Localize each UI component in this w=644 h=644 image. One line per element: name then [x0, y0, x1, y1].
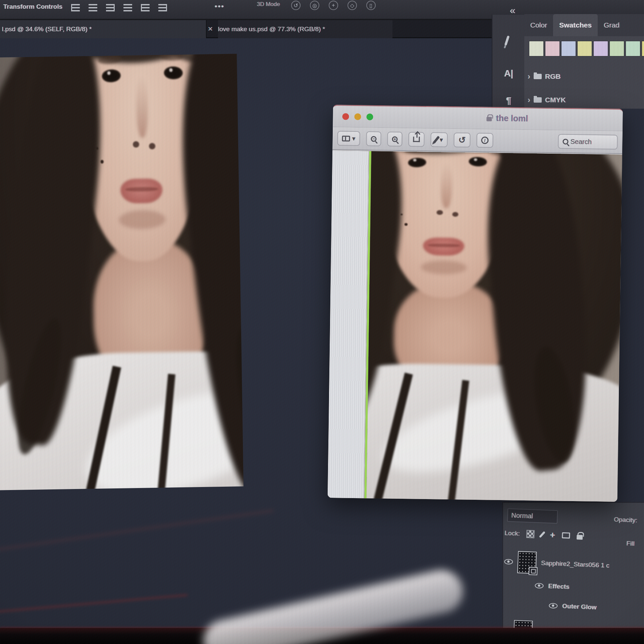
close-traffic-light[interactable] [342, 113, 349, 120]
character-panel-icon[interactable]: A| [492, 68, 525, 79]
layer-row-sapphire-1[interactable]: Sapphire2_Stars056 1 c [504, 550, 610, 577]
preview-content [328, 151, 622, 502]
share-icon [413, 137, 420, 142]
pan-icon[interactable]: + [329, 1, 338, 10]
portrait-girl [367, 151, 622, 502]
tab-gradients[interactable]: Gradients [598, 14, 620, 36]
zoom-out-button[interactable]: − [366, 131, 381, 146]
swatch-group-rgb[interactable]: › RGB [528, 72, 561, 81]
swatch[interactable] [626, 41, 640, 56]
more-options-icon[interactable]: ••• [215, 2, 224, 11]
lock-position-icon[interactable]: + [550, 531, 555, 539]
align-buttons [71, 4, 167, 11]
paragraph-panel-icon[interactable]: ¶ [492, 95, 525, 106]
layers-panel: Normal Opacity: Lock: + Fill Sapphire2_S… [502, 502, 644, 644]
folder-icon [534, 97, 542, 103]
swatch[interactable] [593, 41, 608, 56]
layer-thumbnail[interactable] [517, 551, 537, 574]
group-label: RGB [545, 72, 561, 80]
preview-window: the loml ▾ − + ▾ ↺ [328, 105, 623, 502]
mode-label: 3D Mode [257, 1, 280, 8]
magnifier-minus-icon: − [371, 136, 377, 142]
lock-all-icon[interactable] [577, 535, 583, 540]
lock-transparency-icon[interactable] [526, 530, 535, 538]
zoom-in-button[interactable]: + [387, 131, 402, 147]
transform-controls-label[interactable]: Transform Controls [3, 3, 62, 10]
roll-icon[interactable]: ◎ [310, 1, 319, 10]
rotate-button[interactable]: ↺ [453, 132, 470, 148]
effects-label[interactable]: Effects [548, 582, 570, 590]
search-icon [562, 139, 568, 144]
zoom-traffic-light[interactable] [366, 113, 373, 120]
minimize-traffic-light[interactable] [354, 113, 361, 120]
preview-sidebar[interactable] [328, 151, 369, 499]
annotate-button[interactable]: / [476, 133, 493, 148]
outer-glow-label[interactable]: Outer Glow [562, 602, 597, 611]
collapse-panels-icon[interactable]: « [510, 5, 515, 16]
visibility-eye-icon[interactable] [535, 583, 544, 589]
chevron-right-icon[interactable]: › [528, 95, 530, 105]
annotate-circle-icon: / [481, 137, 488, 144]
tab-swatches[interactable]: Swatches [553, 14, 598, 36]
distribute-middle-icon[interactable] [141, 4, 150, 11]
tab-color[interactable]: Color [524, 14, 553, 36]
align-right-icon[interactable] [106, 4, 115, 11]
slide-icon[interactable]: ◇ [347, 1, 357, 10]
swatch-group-cmyk[interactable]: › CMYK [528, 95, 566, 105]
chevron-down-icon: ▾ [439, 136, 443, 144]
align-center-icon[interactable] [89, 4, 97, 11]
distribute-bottom-icon[interactable] [158, 4, 167, 11]
search-label: Search [570, 138, 592, 146]
share-button[interactable] [408, 132, 425, 147]
visibility-eye-icon[interactable] [549, 603, 558, 608]
group-label: CMYK [545, 96, 566, 104]
swatch[interactable] [642, 41, 644, 56]
portrait-girl [0, 54, 244, 490]
scale-icon[interactable]: ▯ [366, 1, 376, 10]
swatch[interactable] [609, 41, 624, 56]
swatches-panel-tabs: Color Swatches Gradients [524, 14, 644, 36]
fill-label: Fill [626, 540, 635, 547]
sidebar-icon [342, 136, 350, 141]
orbit-icon[interactable]: ↺ [291, 1, 301, 10]
brush-settings-panel-icon[interactable] [504, 36, 510, 46]
markup-pen-button[interactable]: ▾ [430, 132, 448, 147]
rotate-left-icon: ↺ [459, 137, 466, 143]
photoshop-screen: Transform Controls ••• 3D Mode ↺ ◎ + ◇ ▯… [0, 0, 644, 644]
swatch[interactable] [561, 41, 576, 56]
mode-icons: ↺ ◎ + ◇ ▯ [291, 1, 376, 10]
chevron-down-icon: ▾ [352, 135, 355, 143]
lock-artboard-icon[interactable] [562, 532, 570, 539]
swatch[interactable] [577, 41, 592, 56]
layer-name[interactable]: Sapphire2_Stars056 1 c [541, 559, 610, 569]
pen-icon [433, 136, 440, 144]
opacity-label: Opacity: [614, 516, 640, 524]
magnifier-plus-icon: + [392, 136, 398, 142]
swatch[interactable] [545, 41, 560, 56]
swatch-row [529, 41, 644, 57]
tab-close-icon[interactable]: × [208, 24, 213, 34]
swatch[interactable] [529, 41, 544, 56]
lock-row: Lock: + [504, 529, 583, 540]
layer-row-outer-glow[interactable]: Outer Glow [549, 602, 597, 611]
tab-love-make-us-psd[interactable]: love make us.psd @ 77.3% (RGB/8) * [218, 20, 392, 38]
preview-titlebar[interactable]: the loml [333, 106, 623, 131]
sidebar-toggle-button[interactable]: ▾ [337, 131, 360, 146]
align-left-icon[interactable] [71, 4, 80, 11]
search-field[interactable]: Search [558, 134, 618, 149]
swatches-panel: Color Swatches Gradients › RGB › CMYK [524, 14, 644, 109]
lock-paint-icon[interactable] [539, 531, 545, 538]
preview-toolbar: ▾ − + ▾ ↺ / Search [332, 127, 623, 154]
window-title: the loml [496, 113, 528, 123]
distribute-top-icon[interactable] [123, 4, 132, 11]
blend-mode-dropdown[interactable]: Normal [507, 508, 558, 524]
lock-icon [486, 117, 492, 121]
canvas-photo-selfie [0, 54, 244, 490]
preview-photo-selfie [367, 151, 622, 502]
panel-rail: A| ¶ [492, 15, 524, 115]
chevron-right-icon[interactable]: › [528, 72, 530, 81]
visibility-eye-icon[interactable] [504, 559, 513, 565]
tab-self-psd[interactable]: l.psd @ 34.6% (SELF, RGB/8) * [0, 20, 207, 38]
lock-label: Lock: [504, 529, 520, 537]
layer-row-effects[interactable]: Effects [535, 582, 570, 591]
